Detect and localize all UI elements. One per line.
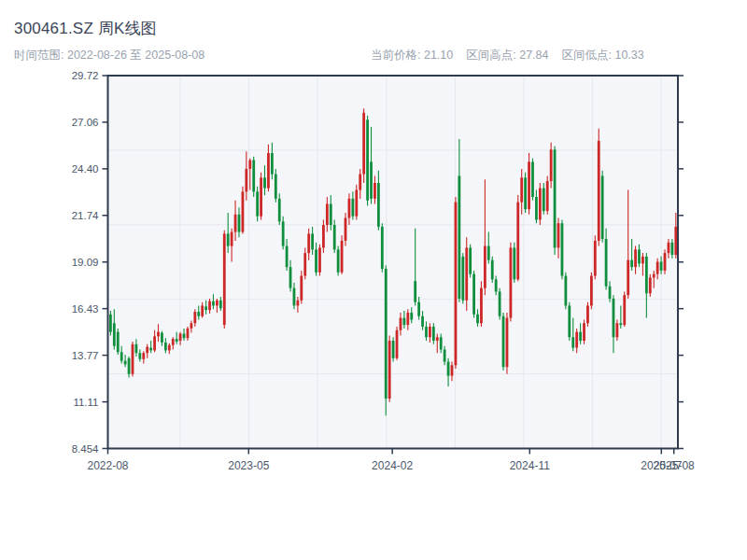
- candle-up: [509, 243, 512, 322]
- candle-body: [594, 241, 597, 276]
- candle-body: [495, 279, 498, 291]
- candle-body: [132, 344, 134, 374]
- candle-body: [656, 262, 659, 274]
- candle-body: [668, 243, 670, 253]
- candle-body: [117, 332, 120, 353]
- candle-up: [260, 173, 262, 220]
- candle-body: [524, 177, 527, 209]
- candle-body: [613, 299, 615, 337]
- candle-down: [554, 147, 557, 255]
- candle-body: [204, 306, 207, 310]
- candle-body: [429, 327, 431, 337]
- candle-body: [531, 161, 534, 197]
- candle-body: [190, 323, 192, 329]
- candle-body: [333, 225, 336, 249]
- candle-body: [432, 327, 435, 341]
- candle-up: [242, 187, 245, 234]
- candle-body: [193, 312, 196, 323]
- candle-down: [524, 173, 527, 213]
- candle-body: [303, 253, 306, 275]
- candle-body: [502, 316, 505, 367]
- candle-body: [278, 199, 281, 221]
- candle-body: [234, 215, 237, 232]
- candle-up: [465, 237, 468, 311]
- candle-body: [619, 323, 622, 325]
- candle-body: [414, 281, 416, 302]
- candle-body: [238, 215, 241, 232]
- candle-body: [590, 276, 593, 306]
- candle-body: [455, 203, 458, 366]
- candle-up: [594, 235, 597, 279]
- candle-body: [223, 233, 226, 325]
- candle-up: [223, 231, 226, 329]
- candle-body: [307, 233, 310, 253]
- candle-body: [605, 239, 608, 287]
- candle-down: [461, 253, 464, 303]
- candle-down: [568, 302, 571, 341]
- candle-body: [539, 189, 542, 220]
- candle-body: [571, 337, 574, 347]
- x-tick-label: 2024-02: [372, 459, 413, 472]
- candle-body: [322, 225, 325, 247]
- candle-body: [260, 177, 262, 216]
- candle-body: [341, 241, 344, 273]
- candle-body: [179, 334, 182, 342]
- candle-body: [568, 305, 571, 337]
- candle-body: [172, 339, 175, 345]
- candle-body: [623, 295, 626, 325]
- candle-body: [381, 227, 384, 269]
- candle-down: [513, 243, 515, 283]
- candle-up: [664, 249, 667, 273]
- candle-down: [499, 288, 501, 320]
- x-tick-label: 2024-11: [510, 459, 550, 472]
- x-tick-label: 2022-08: [87, 459, 128, 472]
- candle-body: [586, 305, 589, 323]
- candle-body: [293, 288, 296, 306]
- candle-body: [458, 175, 460, 299]
- candle-body: [219, 301, 222, 308]
- candle-body: [187, 329, 190, 338]
- candle-down: [472, 271, 475, 318]
- candle-body: [653, 274, 655, 278]
- candle-body: [451, 365, 454, 375]
- candle-body: [634, 249, 637, 267]
- candle-down: [491, 257, 494, 283]
- candle-body: [392, 341, 395, 358]
- candle-body: [227, 233, 230, 245]
- candle-body: [465, 247, 468, 300]
- y-tick-label: 8.454: [72, 443, 99, 455]
- candle-body: [417, 302, 420, 316]
- candle-body: [113, 323, 116, 345]
- candle-body: [554, 149, 557, 247]
- candle-body: [216, 301, 218, 306]
- candle-body: [480, 288, 483, 324]
- candle-up: [506, 313, 509, 374]
- candle-body: [208, 301, 211, 310]
- candle-body: [282, 221, 285, 245]
- candle-up: [539, 183, 542, 225]
- candle-up: [590, 273, 593, 309]
- candle-body: [535, 197, 538, 219]
- candle-up: [132, 342, 134, 377]
- candle-body: [630, 260, 633, 268]
- candle-up: [623, 291, 626, 327]
- candle-down: [109, 311, 112, 335]
- candle-down: [531, 159, 534, 201]
- candle-body: [561, 223, 564, 275]
- candle-body: [528, 161, 530, 209]
- candle-body: [402, 318, 405, 326]
- candle-body: [484, 246, 486, 288]
- candle-body: [263, 177, 266, 188]
- candle-up: [455, 197, 458, 369]
- candle-body: [248, 161, 251, 169]
- candle-body: [406, 313, 409, 325]
- x-tick-label: 2023-05: [228, 459, 269, 472]
- candle-body: [410, 313, 413, 320]
- candle-body: [421, 316, 424, 327]
- candle-body: [520, 177, 523, 202]
- candle-body: [348, 199, 351, 218]
- candle-body: [300, 276, 303, 301]
- y-tick-label: 19.09: [72, 257, 99, 268]
- candle-body: [201, 305, 204, 315]
- candle-body: [138, 353, 141, 359]
